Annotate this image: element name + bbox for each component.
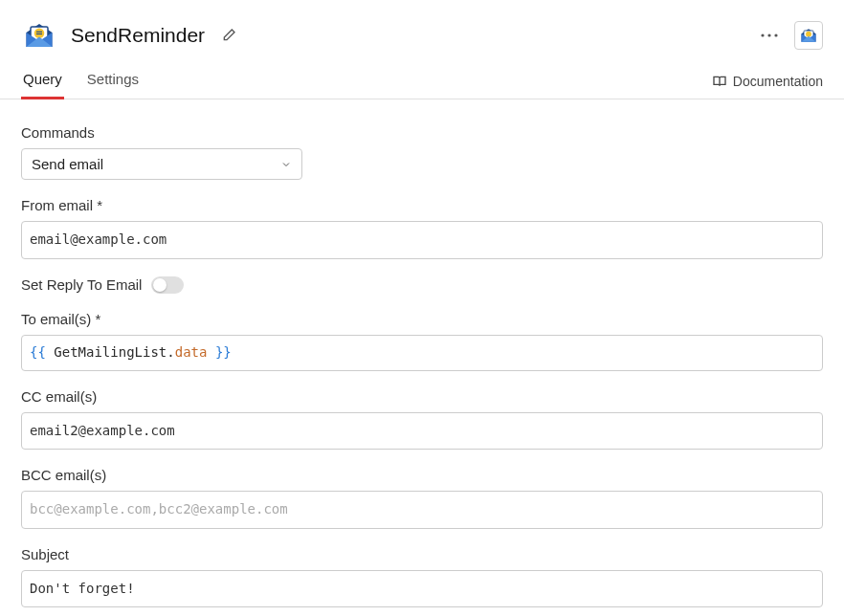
page-title: SendReminder (71, 24, 205, 47)
toggle-knob (153, 278, 167, 292)
from-email-input[interactable]: email@example.com (21, 221, 823, 259)
tab-settings[interactable]: Settings (85, 63, 141, 99)
mail-app-icon (21, 17, 57, 54)
more-options-button[interactable] (756, 22, 783, 49)
book-icon (712, 74, 727, 89)
bcc-emails-input[interactable]: bcc@example.com,bcc2@example.com (21, 491, 823, 529)
svg-point-4 (761, 33, 764, 36)
template-close-brace: }} (207, 344, 231, 360)
to-emails-input[interactable]: {{ GetMailingList.data }} (21, 335, 823, 371)
tab-query[interactable]: Query (21, 63, 64, 99)
commands-label: Commands (21, 124, 823, 141)
header: SendReminder (0, 0, 844, 63)
subject-input[interactable]: Don't forget! (21, 570, 823, 608)
from-email-label: From email * (21, 197, 823, 213)
subject-label: Subject (21, 546, 823, 562)
cc-emails-input[interactable]: email2@example.com (21, 412, 823, 451)
bcc-emails-label: BCC email(s) (21, 467, 823, 483)
to-emails-label: To email(s) * (21, 311, 823, 327)
set-reply-to-label: Set Reply To Email (21, 276, 142, 293)
mail-panel-button[interactable] (794, 21, 823, 50)
commands-select[interactable]: Send email (21, 148, 302, 180)
template-property: data (175, 344, 208, 360)
set-reply-to-toggle[interactable] (151, 276, 184, 294)
tabs-row: Query Settings Documentation (0, 63, 844, 99)
documentation-link[interactable]: Documentation (712, 68, 823, 95)
svg-point-1 (34, 29, 45, 39)
form-content: Commands Send email From email * email@e… (0, 99, 844, 616)
edit-title-button[interactable] (218, 25, 239, 46)
svg-point-6 (774, 33, 777, 36)
svg-point-5 (767, 33, 770, 36)
chevron-down-icon (280, 159, 292, 170)
commands-value: Send email (32, 156, 103, 172)
svg-point-8 (806, 32, 811, 37)
documentation-label: Documentation (733, 74, 823, 89)
template-dot: . (167, 344, 174, 360)
template-object: GetMailingList (54, 344, 167, 360)
cc-emails-label: CC email(s) (21, 388, 823, 405)
template-open-brace: {{ (30, 344, 54, 360)
